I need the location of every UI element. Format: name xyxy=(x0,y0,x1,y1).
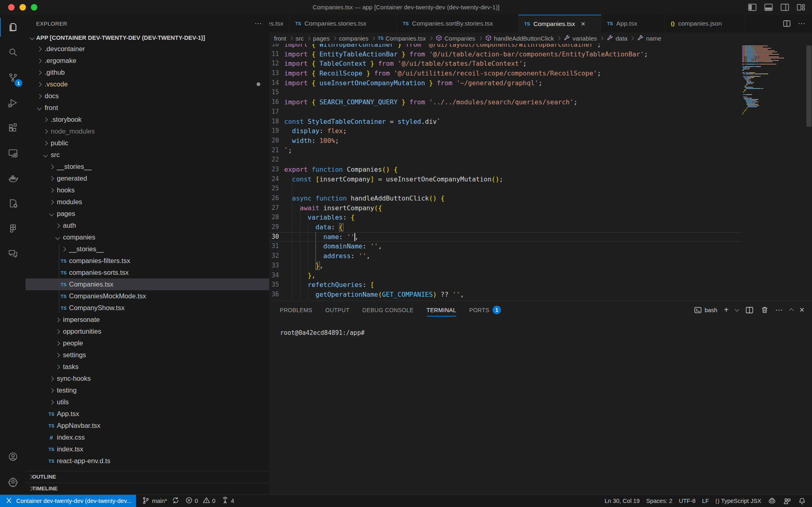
tree-folder-auth[interactable]: auth xyxy=(26,220,269,231)
code-line-14[interactable]: 14import { useInsertOneCompanyMutation }… xyxy=(269,78,742,88)
code-line-27[interactable]: 27 await insertCompany({ xyxy=(269,203,742,213)
tree-folder--stories-[interactable]: __stories__ xyxy=(26,161,269,173)
tree-folder-tasks[interactable]: tasks xyxy=(26,361,269,373)
timeline-section[interactable]: TIMELINE xyxy=(26,483,269,494)
code-line-20[interactable]: 20 width: 100%; xyxy=(269,136,742,146)
activity-remote-explorer-button[interactable] xyxy=(0,140,26,166)
code-line-32[interactable]: 32 address: '', xyxy=(269,251,742,261)
editor-scrollbar[interactable] xyxy=(806,44,812,300)
forwarded-ports-status[interactable]: 4 xyxy=(221,496,234,505)
activity-explorer-button[interactable] xyxy=(0,15,26,40)
panel-plus-icon[interactable]: + xyxy=(724,305,729,315)
tab-companies-tsx[interactable]: TSCompanies.tsx✕ xyxy=(518,15,601,32)
tree-folder-node-modules[interactable]: node_modules xyxy=(26,125,269,137)
tree-file-appnavbar-tsx[interactable]: TSAppNavbar.tsx xyxy=(26,420,269,431)
outline-section[interactable]: OUTLINE xyxy=(26,471,269,482)
activity-code-gear-button[interactable] xyxy=(0,191,26,216)
activity-settings-gear-button[interactable] xyxy=(0,469,26,494)
panel-tab-problems[interactable]: PROBLEMS xyxy=(280,301,312,319)
panel-chevron-up-icon[interactable] xyxy=(790,308,793,312)
tree-folder-front[interactable]: front xyxy=(26,102,269,114)
toggle-panel-bottom-icon[interactable] xyxy=(763,2,774,13)
cursor-position-status[interactable]: Ln 30, Col 19 xyxy=(605,498,639,504)
panel-split-icon[interactable] xyxy=(745,306,754,315)
code-line-19[interactable]: 19 display: flex; xyxy=(269,126,742,136)
tree-folder-sync-hooks[interactable]: sync-hooks xyxy=(26,373,269,384)
code-line-35[interactable]: 35 refetchQueries: [ xyxy=(269,280,742,290)
tree-folder-opportunities[interactable]: opportunities xyxy=(26,326,269,337)
breadcrumb-item-companies[interactable]: companies xyxy=(339,35,369,42)
code-line-31[interactable]: 31 domainName: '', xyxy=(269,242,742,251)
tree-file-companies-sorts-tsx[interactable]: TScompanies-sorts.tsx xyxy=(26,267,269,278)
activity-extensions-button[interactable] xyxy=(0,115,26,140)
breadcrumb-item-handleaddbuttonclick[interactable]: handleAddButtonClick xyxy=(485,35,554,42)
code-line-29[interactable]: 29 data: { xyxy=(269,222,742,232)
breadcrumb-item-src[interactable]: src xyxy=(296,35,304,42)
tree-folder-impersonate[interactable]: impersonate xyxy=(26,314,269,326)
code-line-30[interactable]: 30 name: '', xyxy=(269,232,742,242)
code-line-13[interactable]: 13import { RecoilScope } from '@/ui/util… xyxy=(269,69,742,78)
code-line-10[interactable]: 10import { WithTopBarContainer } from '@… xyxy=(269,44,742,50)
workspace-section-header[interactable]: APP [CONTAINER DEV-TWENTY-DEV (DEV-TWENT… xyxy=(26,32,269,43)
tab-stories-tsx[interactable]: stories.tsx xyxy=(269,15,289,32)
feedback-icon[interactable] xyxy=(783,497,791,505)
panel-ellipsis-icon[interactable]: ⋯ xyxy=(775,308,783,312)
minimap[interactable] xyxy=(742,44,806,300)
tree-folder-testing[interactable]: testing xyxy=(26,384,269,396)
code-line-24[interactable]: 24 const [insertCompany] = useInsertOneC… xyxy=(269,175,742,184)
code-line-34[interactable]: 34 }, xyxy=(269,271,742,280)
copilot-icon[interactable] xyxy=(768,497,776,505)
toggle-panel-right-icon[interactable] xyxy=(780,2,790,13)
panel-tab-debug-console[interactable]: DEBUG CONSOLE xyxy=(363,301,414,319)
code-editor[interactable]: 10import { WithTopBarContainer } from '@… xyxy=(269,44,812,300)
indentation-status[interactable]: Spaces: 2 xyxy=(646,498,673,504)
tree-folder-people[interactable]: people xyxy=(26,337,269,349)
code-line-21[interactable]: 21`; xyxy=(269,146,742,155)
code-line-25[interactable]: 25 xyxy=(269,184,742,194)
problems-status[interactable]: 0 0 xyxy=(185,496,216,505)
activity-source-control-button[interactable]: 1 xyxy=(0,65,26,90)
notifications-bell-icon[interactable] xyxy=(798,497,806,505)
tree-folder-companies[interactable]: companies xyxy=(26,231,269,243)
code-line-22[interactable]: 22 xyxy=(269,155,742,165)
tree-folder-pages[interactable]: pages xyxy=(26,208,269,220)
tree-file-companyshow-tsx[interactable]: TSCompanyShow.tsx xyxy=(26,302,269,314)
tab-companies-json[interactable]: {}companies.json xyxy=(665,15,745,32)
breadcrumb-item-front[interactable]: front xyxy=(274,35,286,42)
activity-run-debug-button[interactable] xyxy=(0,90,26,115)
activity-comments-button[interactable] xyxy=(0,241,26,266)
activity-docker-button[interactable] xyxy=(0,166,26,191)
tree-file-index-tsx[interactable]: TSindex.tsx xyxy=(26,443,269,455)
panel-tab-ports[interactable]: PORTS1 xyxy=(469,301,501,319)
breadcrumb-item-variables[interactable]: variables xyxy=(563,35,597,42)
branch-status[interactable]: main* xyxy=(142,496,179,506)
panel-tab-terminal[interactable]: TERMINAL xyxy=(427,301,456,319)
eol-status[interactable]: LF xyxy=(702,498,709,504)
tree-file-react-app-env-d-ts[interactable]: TSreact-app-env.d.ts xyxy=(26,455,269,467)
activity-search-button[interactable] xyxy=(0,40,26,65)
panel-trash-icon[interactable] xyxy=(760,306,769,314)
tree-folder-docs[interactable]: docs xyxy=(26,90,269,102)
tree-folder--storybook[interactable]: .storybook xyxy=(26,114,269,125)
tree-folder-generated[interactable]: generated xyxy=(26,173,269,184)
tree-file-index-css[interactable]: #index.css xyxy=(26,431,269,443)
code-line-26[interactable]: 26 async function handleAddButtonClick()… xyxy=(269,194,742,203)
tab-app-tsx[interactable]: TSApp.tsx xyxy=(601,15,665,32)
tree-file-app-tsx[interactable]: TSApp.tsx xyxy=(26,408,269,420)
code-line-11[interactable]: 11import { EntityTableActionBar } from '… xyxy=(269,50,742,59)
remote-indicator[interactable]: Container dev-twenty-dev (dev-twenty-dev… xyxy=(0,495,136,507)
tree-folder-hooks[interactable]: hooks xyxy=(26,184,269,196)
sidebar-more-actions-icon[interactable]: ⋯ xyxy=(255,19,262,28)
scrollbar-slider[interactable] xyxy=(806,45,812,127)
tree-folder--stories-[interactable]: __stories__ xyxy=(26,243,269,255)
code-line-33[interactable]: 33 }, xyxy=(269,261,742,271)
tree-folder-modules[interactable]: modules xyxy=(26,196,269,208)
panel-tab-output[interactable]: OUTPUT xyxy=(325,301,349,319)
code-line-36[interactable]: 36 getOperationName(GET_COMPANIES) ?? ''… xyxy=(269,290,742,300)
toggle-panel-left-icon[interactable] xyxy=(747,2,758,13)
panel-chevron-down-icon[interactable] xyxy=(735,309,739,311)
breadcrumb-item-companies[interactable]: Companies xyxy=(435,35,475,42)
breadcrumb-item-data[interactable]: data xyxy=(606,35,627,42)
split-editor-icon[interactable] xyxy=(782,19,791,28)
code-line-18[interactable]: 18const StyledTableContainer = styled.di… xyxy=(269,117,742,127)
